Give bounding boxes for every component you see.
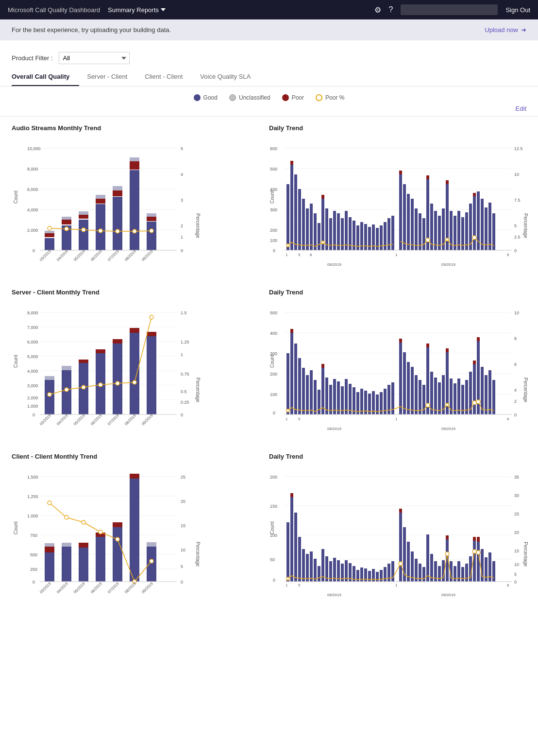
tab-overall-call-quality[interactable]: Overall Call Quality — [12, 68, 79, 86]
svg-rect-225 — [45, 547, 54, 552]
svg-text:04/2019: 04/2019 — [56, 413, 69, 426]
svg-rect-144 — [333, 379, 336, 414]
svg-point-100 — [133, 380, 136, 384]
svg-text:0: 0 — [181, 248, 183, 253]
audio-monthly-chart: Audio Streams Monthly Trend 10,000 8,000… — [12, 124, 257, 273]
svg-text:4,000: 4,000 — [27, 369, 38, 374]
svg-point-241 — [82, 520, 85, 524]
audio-daily-chart: Daily Trend 600 500 400 300 200 100 0 Co… — [269, 124, 526, 273]
bar — [45, 231, 54, 233]
settings-icon[interactable]: ⚙ — [374, 5, 381, 15]
svg-text:10: 10 — [181, 548, 185, 552]
svg-text:200: 200 — [270, 372, 277, 377]
svg-rect-165 — [415, 375, 418, 414]
product-filter-select[interactable]: All Teams Skype for Business — [59, 52, 130, 64]
bar — [113, 344, 122, 414]
svg-text:06/2019: 06/2019 — [90, 413, 103, 426]
tab-client-client[interactable]: Client - Client — [145, 68, 192, 86]
bar — [113, 186, 122, 190]
svg-text:100: 100 — [270, 392, 277, 397]
svg-text:5: 5 — [181, 146, 183, 151]
svg-rect-306 — [407, 542, 410, 582]
svg-text:6: 6 — [507, 417, 509, 421]
svg-text:1: 1 — [181, 235, 183, 240]
server-monthly-title: Server - Client Monthly Trend — [12, 289, 257, 296]
svg-point-20 — [48, 226, 51, 230]
client-daily-chart: Daily Trend 200 150 100 50 0 Count 35 30… — [269, 453, 526, 611]
svg-rect-132 — [290, 329, 293, 333]
bar — [62, 220, 71, 224]
upload-now-link[interactable]: Upload now ➜ — [485, 26, 526, 34]
bar — [62, 366, 71, 370]
svg-text:1,500: 1,500 — [27, 475, 38, 480]
svg-rect-227 — [62, 547, 71, 582]
svg-rect-238 — [147, 542, 156, 547]
bar — [481, 199, 484, 250]
poor-pct-circle-icon — [316, 94, 322, 101]
svg-point-335 — [476, 550, 480, 554]
svg-point-57 — [321, 241, 324, 244]
brand-label: Microsoft Call Quality Dashboard — [8, 6, 100, 14]
bar — [45, 376, 54, 380]
svg-point-192 — [446, 403, 449, 406]
svg-text:2: 2 — [181, 223, 183, 228]
svg-text:5: 5 — [298, 417, 301, 421]
svg-text:Percentage: Percentage — [195, 378, 201, 403]
svg-text:7,000: 7,000 — [27, 325, 38, 330]
svg-rect-133 — [294, 344, 297, 414]
svg-text:0.75: 0.75 — [181, 372, 189, 377]
svg-text:03/2019: 03/2019 — [39, 581, 52, 594]
svg-rect-299 — [380, 570, 383, 582]
svg-text:5: 5 — [514, 223, 517, 228]
svg-text:5,000: 5,000 — [27, 354, 38, 359]
tab-server-client[interactable]: Server - Client — [87, 68, 137, 86]
svg-text:1: 1 — [395, 253, 398, 257]
svg-text:5: 5 — [181, 564, 183, 569]
client-daily-title: Daily Trend — [269, 453, 526, 460]
audio-monthly-svg: 10,000 8,000 6,000 4,000 2,000 0 Count 5… — [12, 136, 220, 272]
svg-point-96 — [65, 388, 68, 392]
svg-text:10: 10 — [514, 172, 519, 177]
bar — [96, 195, 105, 199]
svg-rect-180 — [465, 380, 468, 414]
bar — [399, 171, 402, 174]
svg-text:400: 400 — [270, 331, 277, 336]
svg-text:8: 8 — [310, 253, 312, 257]
svg-rect-189 — [492, 380, 495, 414]
bar — [62, 217, 71, 220]
svg-text:8,000: 8,000 — [27, 310, 38, 315]
bar — [399, 174, 402, 250]
svg-text:08/2019: 08/2019 — [327, 262, 341, 267]
svg-text:0: 0 — [181, 412, 183, 417]
svg-text:3,000: 3,000 — [27, 383, 38, 388]
svg-rect-138 — [314, 380, 317, 414]
svg-text:12.5: 12.5 — [514, 146, 523, 151]
bar — [298, 189, 301, 250]
svg-text:250: 250 — [30, 567, 37, 572]
signout-button[interactable]: Sign Out — [505, 6, 530, 14]
bar — [96, 204, 105, 250]
svg-rect-177 — [454, 383, 456, 414]
header: Microsoft Call Quality Dashboard Summary… — [0, 0, 538, 19]
svg-rect-161 — [399, 339, 402, 343]
edit-link[interactable]: Edit — [0, 103, 538, 116]
svg-text:08/2019: 08/2019 — [327, 427, 341, 431]
svg-text:25: 25 — [181, 475, 185, 480]
svg-rect-142 — [325, 378, 328, 414]
svg-rect-145 — [337, 381, 340, 414]
svg-point-239 — [48, 501, 51, 505]
svg-rect-135 — [302, 368, 305, 414]
bar — [434, 211, 437, 250]
bar — [457, 211, 460, 250]
header-search-input[interactable] — [401, 4, 498, 15]
poor-dot-icon — [282, 94, 289, 101]
svg-text:2.5: 2.5 — [514, 235, 521, 240]
svg-rect-160 — [399, 343, 402, 414]
nav-summary-reports[interactable]: Summary Reports — [108, 6, 166, 14]
help-icon[interactable]: ? — [389, 5, 393, 15]
bar — [294, 174, 297, 250]
bar — [113, 339, 122, 344]
svg-text:1: 1 — [286, 417, 288, 421]
svg-text:1: 1 — [395, 583, 398, 587]
tab-voice-quality-sla[interactable]: Voice Quality SLA — [200, 68, 260, 86]
